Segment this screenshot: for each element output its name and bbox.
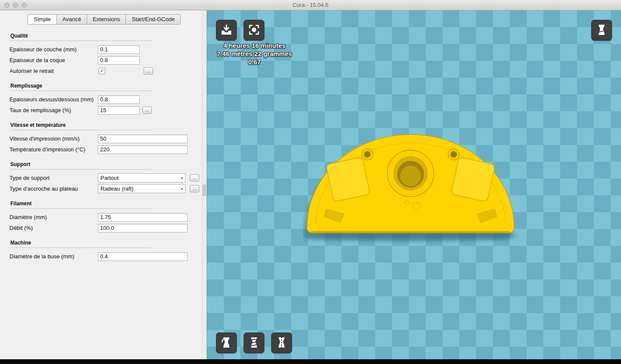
print-material: 7.46 mètres 22 grammes [207, 50, 302, 58]
mirror-model-button[interactable] [271, 333, 292, 353]
setting-row-taux-de-remplissage: Taux de remplissage (%)... [0, 105, 207, 116]
chevron-down-icon: ▾ [181, 176, 183, 180]
print-cost: 0.67 [207, 58, 302, 66]
input-temperature-d-impression-c[interactable] [98, 145, 188, 154]
model-screw-hole-right-bore [451, 151, 457, 158]
setting-row-epaisseur-de-la-coque: Epaisseur de la coque [0, 55, 207, 66]
section-rule [10, 130, 152, 130]
model-3d[interactable] [303, 121, 518, 252]
input-vitesse-d-impression-mm-s[interactable] [98, 135, 188, 143]
input-epaisseur-de-la-coque[interactable] [98, 56, 140, 65]
minimize-button[interactable] [13, 3, 18, 8]
scale-model-icon [248, 336, 260, 350]
setting-label: Type d'accroche au plateau [9, 185, 98, 192]
setting-label: Diamètre de la buse (mm) [9, 253, 98, 260]
select-type-d-accroche-au-plateau[interactable]: Radeau (raft)▾ [98, 184, 185, 193]
viewport-3d[interactable]: 4 heures 16 minutes 7.46 mètres 22 gramm… [207, 10, 621, 359]
setting-label: Vitesse d'impression (mm/s) [9, 135, 98, 142]
input-epaisseurs-dessus-dessous-mm[interactable] [98, 95, 140, 104]
input-diametre-mm[interactable] [98, 213, 188, 222]
section-title-support: Support [10, 161, 207, 167]
checkbox-autoriser-le-retrait[interactable]: ✓ [99, 68, 105, 74]
rotate-model-icon [220, 336, 233, 350]
select-type-de-support[interactable]: Partout▾ [98, 173, 185, 182]
main-area: SimpleAvancéExtensionsStart/End-GCode Qu… [0, 10, 621, 359]
setting-row-debit: Débit (%) [0, 223, 207, 233]
print-stats: 4 heures 16 minutes 7.46 mètres 22 gramm… [207, 41, 302, 66]
close-button[interactable] [4, 3, 9, 8]
setting-label: Epaisseur de la coque [9, 57, 98, 63]
save-toolpath-icon [248, 23, 260, 38]
input-debit[interactable] [98, 224, 188, 232]
setting-row-diametre-de-la-buse-mm: Diamètre de la buse (mm) [0, 251, 207, 262]
section-rule [10, 208, 152, 209]
section-rule [10, 248, 152, 248]
section-title-qualite: Qualité [10, 33, 207, 39]
section-title-machine: Machine [10, 240, 207, 246]
window-title: Cura - 15.04.6 [292, 2, 328, 8]
tab-simple[interactable]: Simple [28, 14, 57, 25]
setting-row-vitesse-d-impression-mm-s: Vitesse d'impression (mm/s) [0, 133, 207, 144]
select-value: Partout [100, 175, 119, 181]
section-title-remplissage: Remplissage [10, 83, 207, 89]
app-window: Cura - 15.04.6 SimpleAvancéExtensionsSta… [0, 0, 621, 364]
setting-label: Diamètre (mm) [9, 214, 98, 220]
setting-label: Epaisseur de couche (mm) [9, 46, 98, 53]
setting-row-type-d-accroche-au-plateau: Type d'accroche au plateauRadeau (raft)▾… [0, 183, 207, 194]
model-right-pod [451, 157, 495, 202]
print-time: 4 heures 16 minutes [207, 41, 302, 50]
tab-avance[interactable]: Avancé [56, 14, 87, 25]
setting-row-autoriser-le-retrait: Autoriser le retrait✓... [0, 66, 207, 76]
model-bore-floor [400, 166, 421, 186]
more-options-button-taux-de-remplissage[interactable]: ... [142, 107, 152, 114]
view-mode-button[interactable] [591, 20, 612, 41]
setting-row-epaisseurs-dessus-dessous-mm: Epaisseurs dessus/dessous (mm) [0, 94, 207, 105]
settings-panel: SimpleAvancéExtensionsStart/End-GCode Qu… [0, 10, 207, 359]
save-toolpath-button[interactable] [244, 20, 264, 41]
view-mode-icon [595, 23, 608, 38]
model-screw-hole-left-bore [364, 151, 371, 158]
select-value: Radeau (raft) [100, 185, 134, 192]
more-options-button-type-de-support[interactable]: ... [190, 174, 199, 182]
input-epaisseur-de-couche-mm[interactable] [98, 45, 140, 54]
section-title-vitesse-et-temperature: Vitesse et température [10, 122, 207, 128]
zoom-button[interactable] [22, 3, 27, 8]
setting-label: Type de support [9, 175, 98, 181]
bottom-bar [0, 359, 621, 364]
input-diametre-de-la-buse-mm[interactable] [98, 252, 188, 261]
mirror-model-icon [275, 336, 288, 350]
setting-row-type-de-support: Type de supportPartout▾... [0, 173, 207, 183]
setting-row-epaisseur-de-couche-mm: Epaisseur de couche (mm) [0, 44, 207, 55]
section-rule [10, 91, 152, 91]
setting-label: Débit (%) [9, 225, 98, 231]
chevron-down-icon: ▾ [181, 187, 183, 191]
tab-extensions[interactable]: Extensions [87, 14, 126, 25]
setting-label: Autoriser le retrait [9, 68, 98, 74]
setting-row-temperature-d-impression-c: Température d'impression (°C) [0, 144, 207, 155]
titlebar: Cura - 15.04.6 [0, 0, 621, 10]
section-rule [10, 41, 152, 41]
setting-label: Taux de remplissage (%) [9, 107, 98, 113]
more-options-button-autoriser-le-retrait[interactable]: ... [144, 67, 153, 75]
setting-row-diametre-mm: Diamètre (mm) [0, 212, 207, 223]
load-model-icon [220, 23, 233, 38]
settings-sections: QualitéEpaisseur de couche (mm)Epaisseur… [0, 33, 207, 262]
tab-bar: SimpleAvancéExtensionsStart/End-GCode [0, 10, 207, 26]
section-title-filament: Filament [10, 201, 207, 207]
rotate-model-button[interactable] [216, 333, 237, 353]
setting-label: Température d'impression (°C) [9, 146, 98, 153]
scale-model-button[interactable] [244, 333, 264, 353]
model-left-pod [326, 157, 370, 202]
traffic-lights [4, 0, 27, 10]
more-options-button-type-d-accroche-au-plateau[interactable]: ... [190, 185, 199, 192]
load-model-button[interactable] [216, 20, 237, 41]
section-rule [10, 169, 152, 169]
setting-label: Epaisseurs dessus/dessous (mm) [9, 96, 98, 103]
tab-start-end-gcode[interactable]: Start/End-GCode [125, 14, 181, 25]
splitter-handle[interactable] [203, 185, 206, 196]
input-taux-de-remplissage[interactable] [98, 106, 140, 115]
